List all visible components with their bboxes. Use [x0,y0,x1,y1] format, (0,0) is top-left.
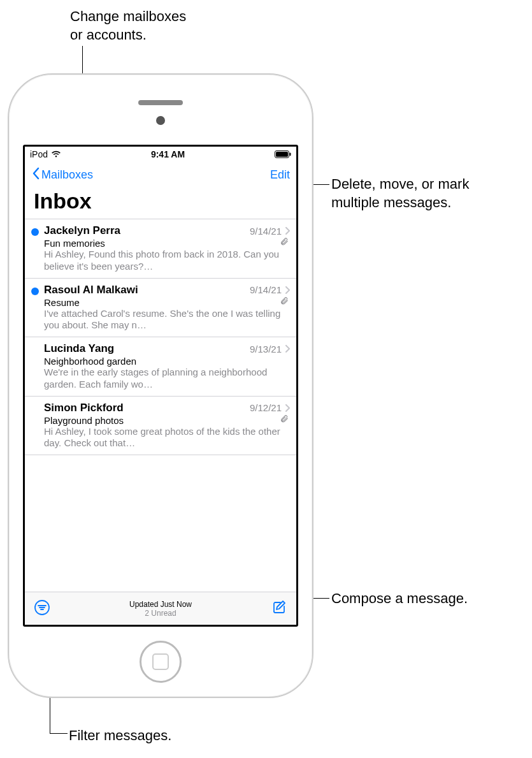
sender-name: Lucinda Yang [44,342,114,355]
screen: iPod 9:41 AM Mailboxes Edit Inbo [23,145,298,627]
message-preview: Hi Ashley, Found this photo from back in… [44,249,290,273]
device-speaker [138,100,183,105]
message-preview: I've attached Carol's resume. She's the … [44,308,290,332]
attachment-icon [280,237,289,249]
chevron-right-icon [285,345,290,353]
sender-name: Simon Pickford [44,402,124,414]
wifi-icon [51,150,61,158]
unread-dot-icon [31,288,39,295]
callout-edit: Delete, move, or mark multiple messages. [331,175,510,212]
svg-rect-1 [276,152,288,157]
home-button[interactable] [140,641,182,683]
chevron-right-icon [285,286,290,294]
chevron-right-icon [285,227,290,235]
status-time: 9:41 AM [151,149,185,159]
message-date: 9/12/21 [250,402,282,413]
status-device: iPod [30,149,48,159]
message-row[interactable]: Rasoul Al Malkawi 9/14/21 Resume I've at… [25,279,296,338]
chevron-left-icon [31,167,41,183]
sender-name: Rasoul Al Malkawi [44,284,138,296]
toolbar-status: Updated Just Now 2 Unread [25,600,296,618]
unread-dot-icon [31,228,39,236]
message-preview: We're in the early stages of planning a … [44,367,290,391]
message-subject: Neighborhood garden [44,356,290,367]
message-subject: Resume [44,297,80,308]
callout-filter: Filter messages. [69,727,196,745]
message-row[interactable]: Simon Pickford 9/12/21 Playground photos… [25,397,296,456]
attachment-icon [280,296,289,308]
callout-mailboxes: Change mailboxes or accounts. [70,8,198,44]
device-camera [156,116,165,125]
svg-rect-2 [289,153,291,156]
edit-button[interactable]: Edit [270,168,290,182]
battery-icon [275,150,291,158]
chevron-right-icon [285,404,290,412]
message-date: 9/13/21 [250,344,282,354]
attachment-icon [280,414,289,426]
message-date: 9/14/21 [250,226,282,237]
message-row[interactable]: Jackelyn Perra 9/14/21 Fun memories Hi A… [25,219,296,279]
back-button[interactable]: Mailboxes [31,167,93,183]
sender-name: Jackelyn Perra [44,224,120,237]
callout-compose: Compose a message. [331,590,497,608]
compose-button[interactable] [271,599,287,618]
toolbar: Updated Just Now 2 Unread [25,592,296,625]
message-preview: Hi Ashley, I took some great photos of t… [44,426,290,450]
callout-line [50,733,68,734]
unread-count: 2 Unread [25,609,296,618]
message-list[interactable]: Jackelyn Perra 9/14/21 Fun memories Hi A… [25,219,296,592]
page-title: Inbox [25,187,296,219]
updated-text: Updated Just Now [129,600,192,609]
ipod-device-frame: iPod 9:41 AM Mailboxes Edit Inbo [8,73,313,698]
message-date: 9/14/21 [250,284,282,295]
status-bar: iPod 9:41 AM [25,147,296,162]
nav-bar: Mailboxes Edit [25,162,296,187]
filter-button[interactable] [34,599,50,618]
message-subject: Playground photos [44,415,124,426]
back-label: Mailboxes [41,168,93,182]
message-row[interactable]: Lucinda Yang 9/13/21 Neighborhood garden… [25,337,296,397]
message-subject: Fun memories [44,238,105,249]
